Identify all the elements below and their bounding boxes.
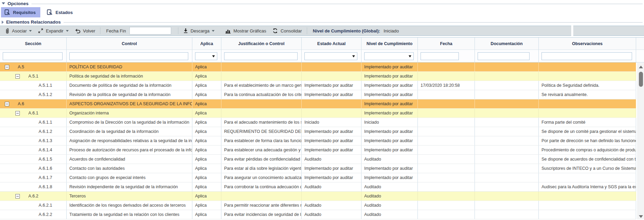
asociar-button[interactable]: Asociar (2, 26, 35, 36)
cell-nivel: Implementado por auditar (361, 136, 418, 145)
filter-cell-justificacion (221, 50, 302, 62)
table-row[interactable]: A.5.1Política de seguridad de la informa… (0, 72, 636, 81)
cell-justificacion: Para el establecimiento de un marco gené… (221, 81, 302, 90)
collapse-minus-icon[interactable] (15, 194, 20, 198)
seccion-label: A.6.1.2 (0, 127, 66, 136)
cell-justificacion: Para establecer de forma clara las funci… (221, 136, 302, 145)
vertical-scrollbar[interactable] (638, 63, 644, 219)
cell-nivel: Implementado por auditar (361, 99, 418, 108)
cell-observaciones: Se dispone de un comité para gestionar e… (539, 127, 636, 136)
cell-control: Asignación de responsabilidades relativa… (67, 136, 192, 145)
table-row[interactable]: A.6.1.5Acuerdos de confidencialidadAplic… (0, 155, 636, 164)
cell-observaciones: Audisec para la Auditoría Interna y SGS … (539, 182, 636, 191)
table-row[interactable]: A.5.1.2Revisión de la política de seguri… (0, 90, 636, 99)
scroll-up-icon[interactable] (639, 66, 643, 68)
cell-seccion: A.6.1.3 (0, 136, 67, 145)
table-row[interactable]: A.6.2TercerosAplicaAuditado (0, 192, 636, 201)
grid-body: A.5POLÍTICA DE SEGURIDADAplicaImplementa… (0, 63, 644, 219)
table-row[interactable]: A.6.1.3Asignación de responsabilidades r… (0, 136, 636, 146)
table-row[interactable]: A.6.2.1Identificación de los riesgos der… (0, 201, 636, 210)
fecha-fin-input[interactable] (129, 27, 171, 35)
cell-documentacion (475, 192, 539, 201)
filter-documentacion-input[interactable] (478, 52, 530, 60)
download-icon (183, 28, 188, 33)
table-row[interactable]: A.6.1.7Contacto con grupos de especial i… (0, 173, 636, 182)
column-header-justificacion: Justificación o Control (221, 38, 302, 50)
table-row[interactable]: A.5.1.1Documento de política de segurida… (0, 81, 636, 90)
column-header-seccion: Sección (0, 38, 67, 50)
column-header-fecha: Fecha (418, 38, 475, 50)
column-header-observaciones: Observaciones (539, 38, 636, 50)
cell-observaciones (539, 63, 636, 71)
expandir-button[interactable]: Expandir (35, 26, 71, 36)
cell-observaciones (539, 210, 636, 219)
filter-nivel-select[interactable] (364, 52, 414, 60)
cell-estado: Auditado (302, 210, 361, 219)
cell-estado: Auditado (302, 182, 361, 191)
cell-nivel: Implementado por auditar (361, 127, 418, 136)
cell-observaciones (539, 192, 636, 201)
expand-arrows-icon (38, 28, 43, 33)
table-row[interactable]: A.6.2.2Tratamiento de la seguridad en la… (0, 210, 636, 219)
collapse-minus-icon[interactable] (5, 102, 9, 106)
cell-control: Proceso de autorización de recursos para… (67, 146, 192, 154)
cell-fecha (418, 182, 475, 191)
consolidar-button[interactable]: Consolidar (269, 26, 305, 36)
cell-justificacion (221, 72, 302, 81)
descarga-label: Descarga (191, 28, 210, 33)
paperclip-icon (5, 28, 10, 34)
cell-documentacion (475, 63, 539, 71)
filter-fecha-input[interactable] (421, 52, 459, 60)
cell-nivel: Implementado por auditar (361, 164, 418, 173)
cell-nivel: Auditado (361, 210, 418, 219)
seccion-label: A.6.2.2 (0, 210, 66, 219)
filter-observaciones-input[interactable] (542, 52, 632, 60)
cell-estado: Iniciado (302, 118, 361, 127)
table-row[interactable]: A.6.1.6Contacto con las autoridadesAplic… (0, 164, 636, 173)
column-header-aplica: Aplica (192, 38, 221, 50)
compliance-grid-page: Opciones Requisitos Estados Elementos Re… (0, 0, 644, 220)
cell-control: Revisión independiente de la seguridad d… (67, 182, 192, 191)
seccion-label: A.6.1.3 (0, 136, 66, 145)
table-row[interactable]: A.6.1.2Coordinación de la seguridad de l… (0, 127, 636, 136)
cell-justificacion: Para evitar pérdidas de confidencialidad… (221, 155, 302, 164)
tab-requisitos[interactable]: Requisitos (1, 7, 40, 17)
collapse-triangle-icon[interactable] (2, 2, 5, 4)
cell-seccion: A.5 (0, 63, 67, 71)
column-header-documentacion: Documentación (475, 38, 539, 50)
cell-observaciones (539, 99, 636, 108)
cell-documentacion (475, 118, 539, 127)
table-row[interactable]: A.5POLÍTICA DE SEGURIDADAplicaImplementa… (0, 63, 636, 72)
cell-observaciones (539, 109, 636, 118)
table-row[interactable]: A.6.1Organización internaAplicaImplement… (0, 109, 636, 118)
table-row[interactable]: A.6.1.4Proceso de autorización de recurs… (0, 146, 636, 155)
collapse-minus-icon[interactable] (15, 111, 20, 115)
toolbar-right-block (573, 26, 644, 36)
table-row[interactable]: A.6.1.1Compromiso de la Dirección con la… (0, 118, 636, 127)
cell-seccion: A.6.1.1 (0, 118, 67, 127)
expand-triangle-icon[interactable] (2, 20, 4, 24)
opciones-section-header: Opciones (0, 0, 644, 6)
cell-nivel: Implementado por auditar (361, 63, 418, 71)
cell-estado (302, 72, 361, 81)
collapse-minus-icon[interactable] (5, 65, 9, 69)
filter-seccion-input[interactable] (3, 52, 63, 60)
volver-button[interactable]: Volver (72, 26, 98, 36)
cell-fecha (418, 210, 475, 219)
cell-documentacion (475, 201, 539, 210)
table-row[interactable]: A.6.1.8Revisión independiente de la segu… (0, 182, 636, 192)
descarga-button[interactable]: Descarga (180, 26, 218, 36)
table-row[interactable]: A.6ASPECTOS ORGANIZATIVOS DE LA SEGURIDA… (0, 99, 636, 109)
filter-estado-select[interactable] (304, 52, 357, 60)
cell-documentacion (475, 72, 539, 81)
tab-estados[interactable]: Estados (43, 7, 78, 17)
filter-aplica-select[interactable] (195, 52, 217, 60)
collapse-minus-icon[interactable] (15, 74, 20, 79)
scrollbar-thumb[interactable] (639, 72, 643, 87)
scroll-down-icon[interactable] (639, 215, 643, 218)
mostrar-graficas-button[interactable]: Mostrar Gráficas (222, 26, 269, 36)
cell-aplica: Aplica (192, 81, 221, 90)
filter-justificacion-input[interactable] (224, 52, 298, 60)
cell-seccion: A.6.1.8 (0, 182, 67, 191)
filter-control-input[interactable] (69, 52, 188, 60)
